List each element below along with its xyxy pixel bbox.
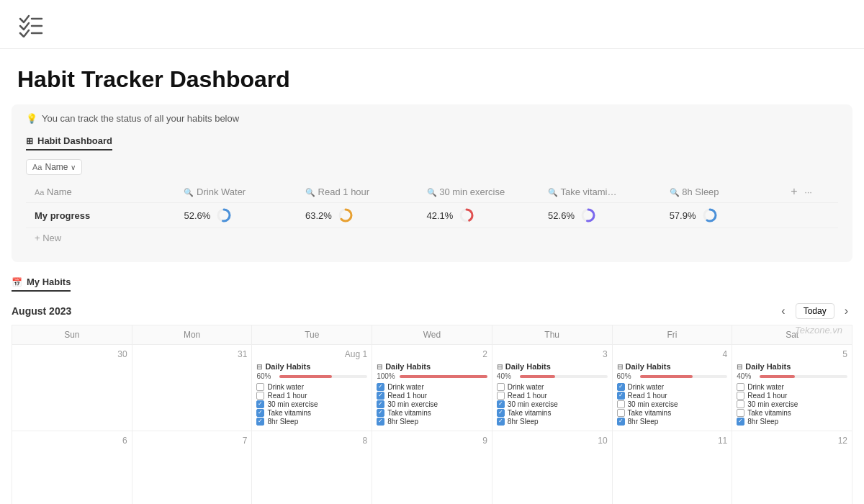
day-cell-4: 4 ⊟ Daily Habits 60% Drink water Read 1 … bbox=[613, 345, 733, 431]
day-num-31: 31 bbox=[137, 349, 248, 359]
habit-item-3-4: 8hr Sleep bbox=[497, 418, 608, 426]
habit-checkbox-aug1-4[interactable] bbox=[256, 418, 264, 426]
habit-checkbox-aug1-0[interactable] bbox=[256, 383, 264, 391]
day-header-thu: Thu bbox=[492, 325, 613, 345]
habit-checkbox-3-1[interactable] bbox=[497, 392, 505, 400]
habit-card-5: ⊟ Daily Habits 40% Drink water Read 1 ho… bbox=[737, 362, 847, 426]
habit-checkbox-3-0[interactable] bbox=[497, 383, 505, 391]
progress-ring-vitamins bbox=[580, 207, 596, 223]
day-num-6: 6 bbox=[17, 436, 127, 446]
calendar-grid: Sun Mon Tue Wed Thu Fri Sat 30 31 Aug 1 … bbox=[12, 325, 852, 504]
habit-checkbox-aug1-1[interactable] bbox=[256, 392, 264, 400]
habit-item-5-3: Take vitamins bbox=[737, 409, 847, 417]
tekzone-label: Tekzone.vn bbox=[795, 325, 842, 336]
habit-card-title-3: ⊟ Daily Habits bbox=[497, 362, 608, 371]
habit-checkbox-3-3[interactable] bbox=[497, 409, 505, 417]
habit-label-aug1-2: 30 min exercise bbox=[267, 400, 318, 408]
habit-checkbox-aug1-2[interactable] bbox=[256, 400, 264, 408]
day-cell-11: 11 bbox=[613, 431, 733, 504]
row-metric-vitamins: 52.6% bbox=[539, 203, 661, 228]
col-header-sleep: 🔍 8h Sleep bbox=[661, 181, 783, 203]
name-filter[interactable]: Aa Name ∨ bbox=[26, 159, 82, 175]
day-cell-12: 12 bbox=[732, 431, 852, 504]
day-cell-30: 30 bbox=[12, 345, 132, 431]
day-num-30: 30 bbox=[17, 349, 127, 359]
habit-checkbox-2-1[interactable] bbox=[377, 392, 384, 400]
habit-item-2-4: 8hr Sleep bbox=[377, 418, 487, 426]
day-num-2: 2 bbox=[377, 349, 487, 359]
habit-item-4-3: Take vitamins bbox=[617, 409, 728, 417]
habit-checkbox-5-0[interactable] bbox=[737, 383, 744, 391]
habit-checkbox-3-2[interactable] bbox=[497, 400, 505, 408]
habit-item-3-3: Take vitamins bbox=[497, 409, 608, 417]
today-button[interactable]: Today bbox=[796, 303, 834, 319]
habit-checkbox-4-0[interactable] bbox=[617, 383, 625, 391]
habit-card-title-4: ⊟ Daily Habits bbox=[617, 362, 728, 371]
my-habits-tab[interactable]: 📅 My Habits bbox=[12, 276, 71, 292]
col-header-read: 🔍 Read 1 hour bbox=[297, 181, 418, 203]
habit-checkbox-5-3[interactable] bbox=[737, 409, 744, 417]
row-metric-read: 63.2% bbox=[297, 203, 418, 228]
day-cell-aug1: Aug 1 ⊟ Daily Habits 60% Drink water Rea… bbox=[252, 345, 372, 431]
col-header-name: Aa Name bbox=[26, 181, 175, 203]
habit-checkbox-3-4[interactable] bbox=[497, 418, 505, 426]
habit-checkbox-2-4[interactable] bbox=[377, 418, 384, 426]
daily-habits-label-3: Daily Habits bbox=[505, 362, 551, 371]
more-options-icon[interactable]: ··· bbox=[804, 186, 812, 197]
habit-card-3: ⊟ Daily Habits 40% Drink water Read 1 ho… bbox=[497, 362, 608, 426]
habit-dashboard-tab[interactable]: ⊞ Habit Dashboard bbox=[26, 135, 112, 150]
habit-checkbox-4-3[interactable] bbox=[617, 409, 625, 417]
my-habits-icon: 📅 bbox=[12, 277, 22, 287]
habit-item-5-2: 30 min exercise bbox=[737, 400, 847, 408]
habit-item-4-0: Drink water bbox=[617, 383, 728, 391]
new-row-button[interactable]: + New bbox=[26, 228, 838, 248]
progress-bar-aug1 bbox=[279, 375, 367, 378]
day-num-9: 9 bbox=[377, 436, 487, 446]
habit-checkbox-aug1-3[interactable] bbox=[256, 409, 264, 417]
my-habits-section: 📅 My Habits August 2023 ‹ Today › Tekzon… bbox=[0, 262, 864, 504]
app-logo bbox=[17, 12, 847, 42]
habit-item-2-0: Drink water bbox=[377, 383, 487, 391]
prev-month-button[interactable]: ‹ bbox=[777, 303, 789, 319]
next-month-button[interactable]: › bbox=[840, 303, 852, 319]
habit-item-aug1-1: Read 1 hour bbox=[256, 392, 367, 400]
habit-checkbox-5-4[interactable] bbox=[737, 418, 744, 426]
progress-pct-5: 40% bbox=[737, 372, 757, 380]
info-banner: 💡 You can track the status of all your h… bbox=[12, 104, 852, 262]
day-num-12: 12 bbox=[737, 436, 847, 446]
habit-checkbox-2-2[interactable] bbox=[377, 400, 384, 408]
habit-label-4-2: 30 min exercise bbox=[628, 400, 678, 408]
dashboard-tab-label: Habit Dashboard bbox=[37, 135, 112, 146]
habit-label-4-3: Take vitamins bbox=[628, 409, 672, 417]
add-column-icon[interactable]: + bbox=[791, 185, 797, 197]
page-title-area: Habit Tracker Dashboard bbox=[0, 49, 864, 104]
row-metric-exercise: 42.1% bbox=[418, 203, 540, 228]
habit-card-icon-3: ⊟ bbox=[497, 363, 503, 371]
habit-checkbox-4-2[interactable] bbox=[617, 400, 625, 408]
progress-ring-sleep bbox=[702, 207, 718, 223]
dashboard-tab-icon: ⊞ bbox=[26, 136, 33, 146]
habit-checkbox-4-1[interactable] bbox=[617, 392, 625, 400]
filter-name-label: Name bbox=[45, 162, 68, 172]
habit-checkbox-2-3[interactable] bbox=[377, 409, 384, 417]
habit-item-5-4: 8hr Sleep bbox=[737, 418, 847, 426]
day-cell-7: 7 bbox=[132, 431, 253, 504]
progress-bar-2 bbox=[400, 375, 487, 378]
habits-table: Aa Name 🔍 Drink Water 🔍 Read 1 hour 🔍 30… bbox=[26, 181, 838, 228]
habit-checkbox-5-1[interactable] bbox=[737, 392, 744, 400]
day-header-mon: Mon bbox=[132, 325, 253, 345]
habit-checkbox-4-4[interactable] bbox=[617, 418, 625, 426]
progress-bar-4 bbox=[640, 375, 728, 378]
metric-value-drinkwater: 52.6% bbox=[184, 210, 210, 221]
logo-icon bbox=[17, 12, 43, 42]
habit-checkbox-5-2[interactable] bbox=[737, 400, 744, 408]
progress-ring-drinkwater bbox=[216, 207, 232, 223]
col-header-exercise: 🔍 30 min exercise bbox=[418, 181, 540, 203]
col-header-drinkwater: 🔍 Drink Water bbox=[175, 181, 297, 203]
habit-checkbox-2-0[interactable] bbox=[377, 383, 384, 391]
day-cell-3: 3 ⊟ Daily Habits 40% Drink water Read 1 … bbox=[492, 345, 613, 431]
habit-item-5-0: Drink water bbox=[737, 383, 847, 391]
habit-label-5-4: 8hr Sleep bbox=[747, 418, 778, 426]
daily-habits-label-2: Daily Habits bbox=[385, 362, 431, 371]
filter-row: Aa Name ∨ bbox=[26, 159, 838, 175]
